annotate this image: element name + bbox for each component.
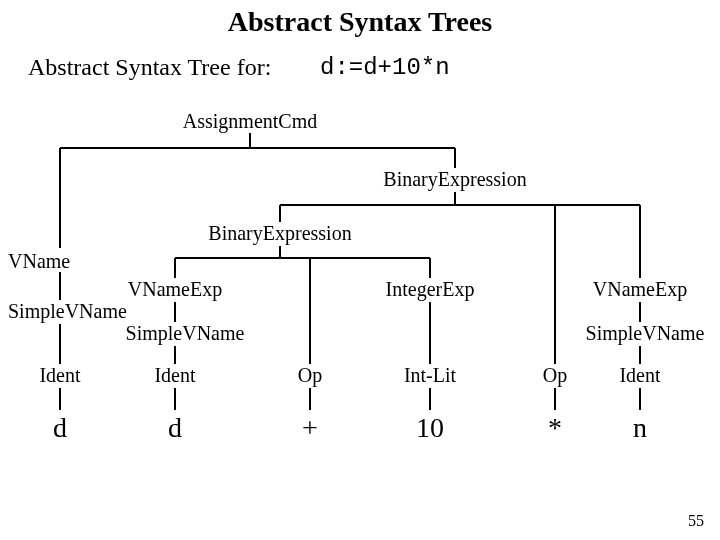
leaf-d-rhs: d	[159, 412, 191, 444]
node-vname-exp-right: VNameExp	[585, 278, 695, 301]
page-number: 55	[688, 512, 704, 530]
node-binary-expression-inner: BinaryExpression	[200, 222, 360, 245]
node-ident-2: Ident	[145, 364, 205, 387]
node-simple-vname-left: SimpleVName	[8, 300, 148, 323]
expression-code: d:=d+10*n	[320, 54, 450, 81]
tree-edges	[0, 0, 720, 540]
node-op-plus: Op	[288, 364, 332, 387]
leaf-n: n	[624, 412, 656, 444]
node-op-star: Op	[533, 364, 577, 387]
node-simple-vname-right: SimpleVName	[575, 322, 715, 345]
node-integer-exp: IntegerExp	[375, 278, 485, 301]
node-vname-exp-left: VNameExp	[120, 278, 230, 301]
node-int-lit: Int-Lit	[396, 364, 464, 387]
node-assignment-cmd: AssignmentCmd	[175, 110, 325, 133]
node-simple-vname-mid: SimpleVName	[115, 322, 255, 345]
node-ident-3: Ident	[610, 364, 670, 387]
slide-subtitle: Abstract Syntax Tree for:	[28, 54, 271, 81]
node-binary-expression-outer: BinaryExpression	[375, 168, 535, 191]
slide-title: Abstract Syntax Trees	[0, 6, 720, 38]
leaf-ten: 10	[408, 412, 452, 444]
node-vname: VName	[8, 250, 108, 273]
leaf-plus: +	[294, 412, 326, 444]
node-ident-1: Ident	[30, 364, 90, 387]
leaf-d-lhs: d	[44, 412, 76, 444]
leaf-star: *	[539, 412, 571, 444]
